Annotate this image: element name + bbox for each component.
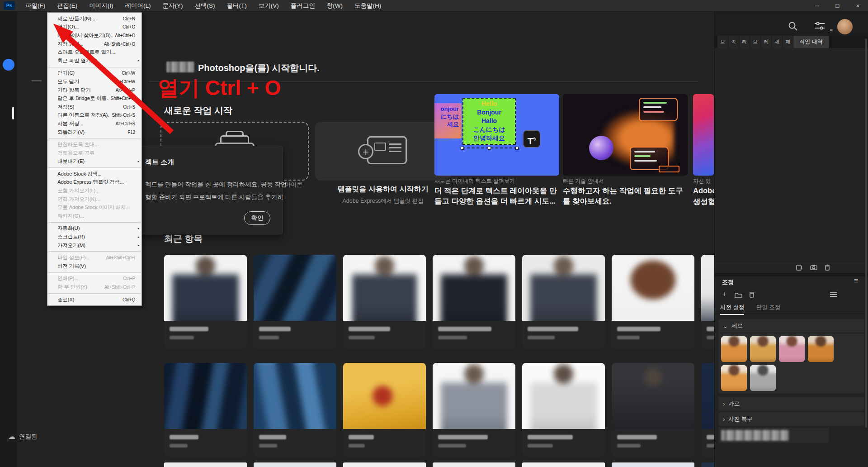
file-menu-item[interactable]: 검토용으로 공유 — [47, 149, 142, 157]
recent-file-card[interactable] — [254, 255, 336, 349]
menubar-item[interactable]: 편집(E) — [51, 0, 83, 11]
recent-file-card[interactable] — [343, 363, 426, 457]
file-menu-item[interactable]: 새로 만들기(N)... Ctrl+N — [47, 14, 142, 23]
preset-thumbnail[interactable] — [750, 365, 776, 391]
promo-card-quick-guide[interactable] — [563, 94, 688, 176]
file-menu-item[interactable]: 스크립트(R) ▸ — [47, 233, 142, 241]
recent-file-card[interactable] — [433, 255, 515, 349]
file-menu-item[interactable]: 닫기(C) Ctrl+W — [47, 69, 142, 78]
file-menu-item[interactable]: Adobe Express 템플릿 검색... — [47, 178, 142, 187]
menubar-item[interactable]: 필터(T) — [221, 0, 253, 11]
file-menu-item[interactable]: 내보내기(E) ▸ — [47, 157, 142, 166]
file-menu-item[interactable] — [48, 251, 141, 252]
file-menu-item[interactable]: 종료(X) Ctrl+Q — [47, 295, 142, 304]
panel-tab[interactable]: 패 — [783, 36, 793, 48]
recent-file-card[interactable] — [164, 363, 247, 457]
menubar-item[interactable]: 이미지(I) — [83, 0, 119, 11]
list-view-icon[interactable] — [830, 292, 837, 297]
confirm-button[interactable]: 확인 — [244, 211, 270, 225]
menubar-item[interactable]: 문자(Y) — [157, 0, 189, 11]
file-menu-item[interactable]: 편집하도록 초대... — [47, 140, 142, 149]
file-menu-item[interactable] — [48, 293, 141, 294]
panel-tab[interactable]: 브 — [750, 36, 761, 48]
file-menu-item[interactable]: 스마트 오브젝트로 열기... — [47, 48, 142, 57]
file-menu-item[interactable]: 열기(O)... Ctrl+O — [47, 23, 142, 32]
panel-scrollbar[interactable] — [865, 38, 867, 428]
promo-card-generative[interactable] — [693, 94, 714, 176]
panel-tab[interactable]: 채 — [772, 36, 783, 48]
file-menu-item[interactable]: 패키지(G)... — [47, 212, 142, 220]
promo-b-title[interactable]: 수행하고자 하는 작업에 필요한 도구를 찾아보세요. — [563, 186, 690, 206]
recent-file-card[interactable] — [612, 255, 694, 349]
trash-icon[interactable] — [749, 291, 755, 298]
file-menu-item[interactable]: 가져오기(M) ▸ — [47, 241, 142, 250]
template-card-title[interactable]: 템플릿을 사용하여 시작하기 — [315, 185, 451, 194]
menubar-item[interactable]: 파일(F) — [19, 0, 51, 11]
file-menu-item[interactable]: 최근 파일 열기(T) ▸ — [47, 57, 142, 65]
panel-tab[interactable]: 라 — [739, 36, 750, 48]
panel-tab[interactable]: 속 — [728, 36, 739, 48]
menubar-item[interactable]: 도움말(H) — [349, 0, 387, 11]
file-menu-item[interactable]: 다른 이름으로 저장(A)... Shift+Ctrl+S — [47, 111, 142, 120]
tab-history[interactable]: 작업 내역 — [793, 36, 829, 48]
file-menu-item[interactable] — [48, 222, 141, 223]
minimize-button[interactable]: ─ — [807, 0, 827, 11]
recent-file-card[interactable] — [522, 363, 605, 457]
search-icon[interactable] — [788, 21, 798, 31]
file-menu-item[interactable] — [48, 67, 141, 67]
section-portrait[interactable]: ⌄ 세로 — [718, 319, 864, 333]
preset-thumbnail[interactable] — [808, 336, 834, 362]
file-menu-item[interactable]: 버전 기록(V) — [47, 262, 142, 271]
panel-tab[interactable]: 레 — [761, 36, 772, 48]
maximize-button[interactable]: □ — [827, 0, 848, 11]
file-menu-item[interactable]: 닫은 후 Bridge로 이동... Shift+Ctrl+W — [47, 94, 142, 103]
file-menu-item[interactable]: 사본 저장... Alt+Ctrl+S — [47, 119, 142, 128]
file-menu-item[interactable]: 자동화(U) ▸ — [47, 224, 142, 233]
add-adjustment-icon[interactable]: + — [722, 290, 726, 299]
file-menu-item[interactable] — [48, 138, 141, 138]
preset-thumbnail[interactable] — [779, 336, 805, 362]
delete-trash-icon[interactable] — [825, 264, 830, 271]
filter-sliders-icon[interactable] — [815, 22, 825, 31]
template-start-card[interactable]: + — [315, 122, 451, 181]
file-menu-item[interactable]: 파일 정보(F)... Alt+Shift+Ctrl+I — [47, 253, 142, 262]
panel-tab[interactable]: 브 — [717, 36, 728, 48]
home-nav-avatar[interactable] — [3, 59, 14, 71]
promo-a-title[interactable]: 더 적은 단계로 텍스트 레이아웃을 만들고 다양한 옵션을 더 빠르게 시도.… — [434, 186, 562, 206]
recent-file-card[interactable] — [612, 363, 694, 457]
recent-file-card[interactable] — [164, 255, 247, 349]
file-menu-item[interactable] — [48, 167, 141, 168]
menubar-item[interactable]: 창(W) — [321, 0, 349, 11]
recent-file-card[interactable] — [343, 255, 426, 349]
file-menu-item[interactable]: 저장(S) Ctrl+S — [47, 103, 142, 111]
file-menu-item[interactable]: 모두 닫기 Alt+Ctrl+W — [47, 77, 142, 86]
file-menu-item[interactable]: 되돌리기(V) F12 — [47, 128, 142, 137]
recent-file-card[interactable] — [254, 363, 336, 457]
menubar-item[interactable]: 보기(V) — [253, 0, 285, 11]
section-landscape[interactable]: › 가로 — [718, 397, 864, 410]
file-menu-item[interactable]: 연결 가져오기(K)... — [47, 195, 142, 204]
file-menu-item[interactable]: 지정 형식... Alt+Shift+Ctrl+O — [47, 40, 142, 48]
menubar-item[interactable]: 레이어(L) — [119, 0, 157, 11]
menubar-item[interactable]: 플러그인 — [285, 0, 321, 11]
panel-menu-icon[interactable]: ≡ — [854, 277, 858, 285]
section-photo-restore[interactable]: › 사진 복구 — [718, 412, 864, 426]
new-document-from-state-icon[interactable] — [796, 264, 803, 271]
file-menu-item[interactable]: 기타 항목 닫기 Alt+Ctrl+P — [47, 86, 142, 95]
menubar-item[interactable]: 선택(S) — [189, 0, 221, 11]
file-menu-item[interactable]: 무료 Adobe Stock 이미지 배치... — [47, 203, 142, 212]
preset-thumbnail[interactable] — [721, 365, 747, 391]
close-button[interactable]: × — [848, 0, 868, 11]
promo-card-dynamic-text[interactable]: onjour にちは 세요 Hello Bonjour Hallo こんにちは … — [434, 94, 559, 176]
file-menu-item[interactable]: Bridge에서 찾아보기(B)... Alt+Ctrl+O — [47, 31, 142, 40]
folder-icon[interactable] — [735, 292, 742, 298]
file-menu-item[interactable]: 한 부 인쇄(Y) Alt+Shift+Ctrl+P — [47, 283, 142, 291]
file-menu-item[interactable]: Adobe Stock 검색... — [47, 170, 142, 178]
preset-thumbnail[interactable] — [750, 336, 776, 362]
recent-file-card[interactable] — [433, 363, 515, 457]
preset-thumbnail[interactable] — [721, 336, 747, 362]
new-snapshot-camera-icon[interactable] — [810, 264, 817, 270]
file-menu-item[interactable] — [48, 272, 141, 273]
user-avatar[interactable] — [837, 19, 853, 34]
file-menu-item[interactable]: 포함 가져오기(L)... — [47, 186, 142, 195]
